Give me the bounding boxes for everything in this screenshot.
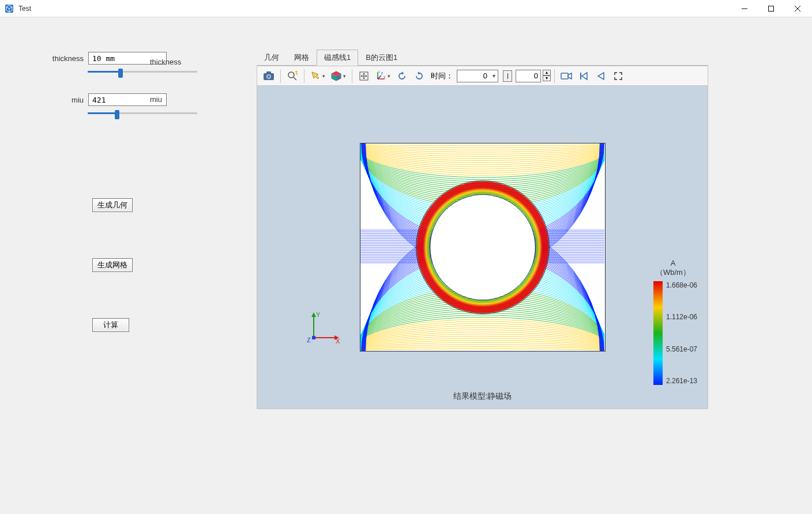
rotate-cw-icon[interactable] xyxy=(411,69,427,84)
chevron-down-icon: ▾ xyxy=(322,73,325,79)
flux-lines-plot xyxy=(360,143,605,351)
plot-area xyxy=(360,143,606,352)
chevron-down-icon: ▾ xyxy=(343,73,346,79)
svg-point-8 xyxy=(268,75,270,78)
viz-footer-label: 结果模型:静磁场 xyxy=(453,391,512,402)
legend-gradient xyxy=(653,281,663,385)
tab-fluxlines[interactable]: 磁感线1 xyxy=(317,50,358,66)
legend-tick: 2.261e-13 xyxy=(666,377,697,385)
legend-tick: 1.112e-06 xyxy=(666,313,697,321)
frame-input[interactable] xyxy=(516,70,541,82)
svg-point-175 xyxy=(430,195,535,300)
frame-spinner[interactable]: ▲ ▼ xyxy=(543,70,551,82)
svg-point-9 xyxy=(288,72,294,78)
svg-text:X: X xyxy=(384,75,386,79)
compute-button[interactable]: 计算 xyxy=(92,318,129,332)
separator xyxy=(352,69,352,83)
viz-toolbar: ▾ ▾ YXZ ▾ xyxy=(257,66,708,86)
time-label: 时间： xyxy=(431,71,453,81)
legend-tick: 1.668e-06 xyxy=(666,281,697,289)
time-value: 0 xyxy=(483,71,487,80)
svg-rect-6 xyxy=(266,71,271,74)
thickness-readout-label: thickness xyxy=(150,58,181,66)
separator xyxy=(554,69,555,83)
svg-point-32 xyxy=(360,143,605,146)
window-title: Test xyxy=(18,5,731,13)
tab-geometry[interactable]: 几何 xyxy=(257,50,287,66)
thickness-slider[interactable] xyxy=(88,67,197,76)
svg-point-92 xyxy=(360,349,605,351)
svg-text:Z: Z xyxy=(381,71,383,75)
generate-mesh-button[interactable]: 生成网格 xyxy=(92,258,133,272)
svg-text:Y: Y xyxy=(316,311,321,318)
zoom-icon[interactable] xyxy=(284,69,300,84)
rotate-ccw-icon[interactable] xyxy=(394,69,410,84)
svg-marker-177 xyxy=(311,312,316,317)
legend-tick: 5.561e-07 xyxy=(666,345,697,353)
window-controls xyxy=(731,0,811,17)
generate-geometry-button[interactable]: 生成几何 xyxy=(92,198,133,212)
chevron-down-icon: ▾ xyxy=(493,73,495,79)
visualization-panel: 几何 网格 磁感线1 B的云图1 ▾ xyxy=(257,17,812,514)
svg-point-110 xyxy=(360,311,605,351)
expand-icon[interactable] xyxy=(610,69,626,84)
app-icon xyxy=(5,4,14,13)
svg-rect-180 xyxy=(312,336,315,339)
end-marker-icon[interactable]: ⌋ xyxy=(503,70,512,82)
svg-marker-27 xyxy=(568,73,572,79)
spin-up[interactable]: ▲ xyxy=(543,70,551,75)
svg-text:X: X xyxy=(336,338,340,345)
svg-text:Z: Z xyxy=(307,337,311,343)
miu-label: miu xyxy=(52,96,84,104)
maximize-button[interactable] xyxy=(758,0,784,17)
svg-line-20 xyxy=(378,75,381,79)
skip-back-icon[interactable] xyxy=(576,69,592,84)
svg-line-10 xyxy=(294,77,296,80)
svg-marker-30 xyxy=(598,73,604,80)
separator xyxy=(280,69,281,83)
separator xyxy=(304,69,304,83)
svg-rect-26 xyxy=(561,73,568,79)
legend-unit: （Wb/m） xyxy=(649,267,697,278)
miu-slider[interactable] xyxy=(88,108,197,118)
color-legend: A （Wb/m） 1.668e-06 1.112e-06 5.561e-07 2… xyxy=(649,259,697,385)
svg-marker-25 xyxy=(418,71,419,75)
axis-gizmo: Y X Z xyxy=(307,310,341,346)
svg-marker-29 xyxy=(582,73,587,80)
thickness-row: thickness xyxy=(52,52,234,65)
svg-text:Y: Y xyxy=(378,71,381,74)
play-back-icon[interactable] xyxy=(593,69,609,84)
fit-view-icon[interactable] xyxy=(356,69,372,84)
viz-frame: ▾ ▾ YXZ ▾ xyxy=(257,66,708,409)
parameter-panel: thickness miu thickness miu 生成几何 生成网格 计算 xyxy=(0,17,257,514)
video-icon[interactable] xyxy=(558,69,574,84)
tab-contour[interactable]: B的云图1 xyxy=(358,50,405,66)
select-icon[interactable]: ▾ xyxy=(308,69,328,84)
minimize-button[interactable] xyxy=(731,0,758,17)
viz-tabs: 几何 网格 磁感线1 B的云图1 xyxy=(257,49,708,66)
miu-row: miu xyxy=(52,93,234,106)
miu-readout-label: miu xyxy=(150,95,162,104)
chevron-down-icon: ▾ xyxy=(388,73,390,79)
svg-point-50 xyxy=(360,143,605,184)
viz-canvas[interactable]: Y X Z A （Wb/m） 1.668e-06 1.112e-06 xyxy=(257,86,708,409)
thickness-label: thickness xyxy=(52,54,84,63)
close-button[interactable] xyxy=(784,0,811,17)
titlebar: Test xyxy=(0,0,812,17)
legend-quantity: A xyxy=(649,259,697,267)
svg-marker-24 xyxy=(402,71,404,75)
svg-rect-2 xyxy=(769,6,774,11)
axes-icon[interactable]: YXZ ▾ xyxy=(373,69,393,84)
spin-down[interactable]: ▼ xyxy=(543,75,551,81)
time-select[interactable]: 0 ▾ xyxy=(457,70,498,82)
camera-icon[interactable] xyxy=(261,69,277,84)
tab-mesh[interactable]: 网格 xyxy=(287,50,317,66)
cube-icon[interactable]: ▾ xyxy=(329,69,348,84)
